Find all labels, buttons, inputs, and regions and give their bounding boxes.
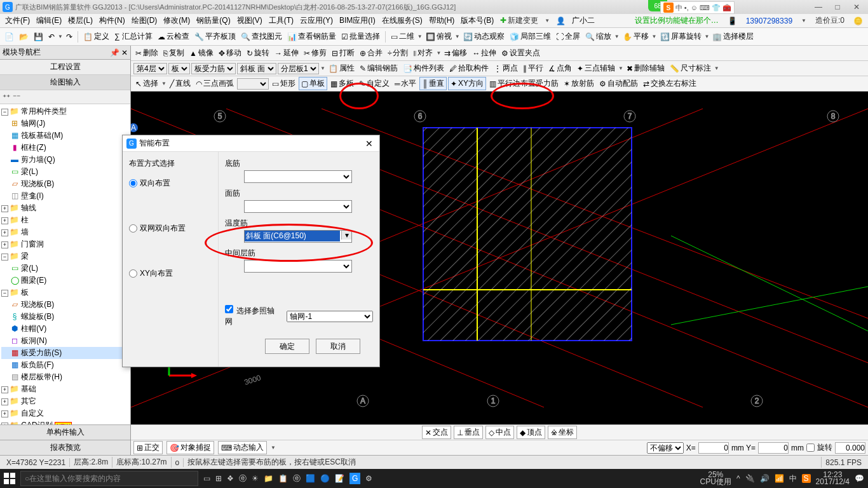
keyboard-icon[interactable]: ⌨ xyxy=(700,4,710,12)
flat-top-button[interactable]: 🔧平齐板顶 xyxy=(193,30,238,43)
stretch-button[interactable]: ↔拉伸 xyxy=(470,47,498,59)
select-tool[interactable]: ↖选择 xyxy=(133,78,160,90)
parallel-edge-button[interactable]: ▥平行边布置受力筋 xyxy=(487,78,560,90)
taskbar-search[interactable]: ○ 在这里输入你要搜索的内容 xyxy=(20,471,198,486)
break-button[interactable]: ⊟打断 xyxy=(330,47,356,59)
menu-bim[interactable]: BIM应用(I) xyxy=(337,14,378,27)
multi-board-button[interactable]: ▦多板 xyxy=(329,78,356,90)
network-icon[interactable]: 📶 xyxy=(775,474,784,483)
rotate-button[interactable]: ↻旋转 xyxy=(245,47,271,59)
swap-label-button[interactable]: ⇄交换左右标注 xyxy=(641,78,698,90)
component-select[interactable]: 板 xyxy=(168,63,190,74)
tab-single-input[interactable]: 单构件输入 xyxy=(0,424,130,440)
new-change-button[interactable]: 新建变更 xyxy=(498,14,541,27)
rect-tool[interactable]: ▭矩形 xyxy=(270,78,297,90)
ime-toolbar[interactable]: S 中 •, ☺ ⌨ 👕 🧰 xyxy=(660,1,735,14)
tab-report-preview[interactable]: 报表预览 xyxy=(0,440,130,455)
split-button[interactable]: ÷分割 xyxy=(386,47,410,59)
temp-rebar-select[interactable]: 斜板 面(C6@150)▾ xyxy=(244,230,352,243)
slope-select[interactable]: 斜板 面 xyxy=(237,63,276,74)
edit-rebar-button[interactable]: ✎编辑钢筋 xyxy=(358,62,400,74)
fullscreen-button[interactable]: ⛶全屏 xyxy=(554,30,582,43)
batch-select-button[interactable]: ☑批量选择 xyxy=(339,30,382,43)
local-3d-button[interactable]: 🧊局部三维 xyxy=(508,30,553,43)
menu-file[interactable]: 文件(F) xyxy=(3,14,32,27)
pin-icon[interactable]: 📌 ✕ xyxy=(110,48,128,57)
notifications-icon[interactable]: 💬 xyxy=(855,474,864,483)
find-element-button[interactable]: 🔍查找图元 xyxy=(239,30,284,43)
vert-button[interactable]: ║垂直 xyxy=(419,77,447,90)
skin-icon[interactable]: 👕 xyxy=(712,4,721,12)
trim-button[interactable]: ✂修剪 xyxy=(302,47,329,59)
app-icon-2[interactable]: ❖ xyxy=(227,474,234,483)
menu-edit[interactable]: 编辑(E) xyxy=(34,14,64,27)
ime-tray[interactable]: 中 xyxy=(789,473,797,484)
ime-punct[interactable]: •, xyxy=(684,4,689,11)
ok-button[interactable]: 确定 xyxy=(265,339,309,354)
explorer-icon[interactable]: 📁 xyxy=(264,474,273,483)
sum-button[interactable]: ∑ 汇总计算 xyxy=(112,30,154,43)
tab-project-settings[interactable]: 工程设置 xyxy=(0,60,130,75)
app-icon-6[interactable]: 🔵 xyxy=(320,474,330,483)
minimize-button[interactable]: — xyxy=(810,2,827,12)
app-icon-3[interactable]: ☀ xyxy=(252,474,259,483)
subtype-select[interactable]: 板受力筋 xyxy=(191,63,236,74)
copy-button[interactable]: ⎘复制 xyxy=(161,47,186,59)
ie-icon[interactable]: ⓔ xyxy=(293,473,301,484)
single-board-button[interactable]: ▢单板 xyxy=(299,77,327,90)
expand-icon[interactable]: ⁺⁺ xyxy=(3,93,10,102)
menu-help[interactable]: 帮助(H) xyxy=(426,14,458,27)
bottom-rebar-select[interactable] xyxy=(244,170,352,183)
mirror-button[interactable]: ▲镜像 xyxy=(187,47,215,59)
menu-tools[interactable]: 工具(T) xyxy=(266,14,296,27)
offset-y-input[interactable] xyxy=(758,442,789,454)
merge-button[interactable]: ⊕合并 xyxy=(358,47,384,59)
comp-list-button[interactable]: 📑构件列表 xyxy=(401,62,446,74)
ggj-taskbar-icon[interactable]: G xyxy=(349,473,360,484)
2d-button[interactable]: ▭二维 xyxy=(389,30,416,43)
menu-cloud[interactable]: 云应用(Y) xyxy=(297,14,336,27)
layer-select[interactable]: 分层板1 xyxy=(278,63,319,74)
objsnap-toggle[interactable]: 🎯 对象捕捉 xyxy=(166,441,214,454)
select-floor-button[interactable]: 🏢选择楼层 xyxy=(710,30,756,43)
define-button[interactable]: 📋定义 xyxy=(81,30,111,43)
save-icon[interactable]: 💾 xyxy=(32,31,45,43)
opt-xy[interactable]: XY向布置 xyxy=(129,268,212,279)
menu-modify[interactable]: 修改(M) xyxy=(161,14,193,27)
ref-grid-select[interactable]: 轴网-1 xyxy=(287,311,373,322)
help-tip[interactable]: 设置比例功能键在那个… xyxy=(632,14,721,27)
mid-rebar-select[interactable] xyxy=(244,260,352,273)
ortho-toggle[interactable]: ⊞ 正交 xyxy=(133,441,163,454)
horiz-button[interactable]: ═水平 xyxy=(393,78,419,90)
redo-icon[interactable]: ↷ xyxy=(64,31,74,43)
tab-draw-input[interactable]: 绘图输入 xyxy=(0,75,130,90)
volume-icon[interactable]: 🔊 xyxy=(760,474,770,483)
osnap-mid[interactable]: ◇ 中点 xyxy=(485,426,514,439)
offset-button[interactable]: ⇉偏移 xyxy=(442,47,469,59)
two-point-button[interactable]: ⋮两点 xyxy=(492,62,520,74)
osnap-cross[interactable]: ✕ 交点 xyxy=(422,426,451,439)
point-angle-button[interactable]: ∡点角 xyxy=(546,62,574,74)
offset-mode-select[interactable]: 不偏移 xyxy=(647,442,684,454)
xy-button[interactable]: ✦XY方向 xyxy=(448,77,486,90)
clock-date[interactable]: 2017/12/4 xyxy=(816,478,850,485)
app-icon-1[interactable]: ⊞ xyxy=(215,474,222,483)
osnap-coord[interactable]: ※ 坐标 xyxy=(548,426,577,439)
line-tool[interactable]: ╱直线 xyxy=(168,78,193,90)
offset-x-input[interactable] xyxy=(698,442,729,454)
component-tree[interactable]: −📁 常用构件类型 ⊞ 轴网(J) ▦ 筏板基础(M) ▮ 框柱(Z) ▬ 剪力… xyxy=(0,104,130,424)
delete-button[interactable]: ✂删除 xyxy=(133,47,160,59)
del-aux-button[interactable]: ✖删除辅轴 xyxy=(625,62,667,74)
dimension-button[interactable]: 📏尺寸标注 xyxy=(668,62,713,74)
tray-up-icon[interactable]: ^ xyxy=(736,474,740,483)
move-button[interactable]: ✥移动 xyxy=(217,47,243,59)
dialog-close-button[interactable]: ✕ xyxy=(363,139,376,149)
zoom-button[interactable]: 🔍缩放 xyxy=(583,30,613,43)
align-button[interactable]: ⫴对齐 xyxy=(411,47,435,59)
parallel-button[interactable]: ∥平行 xyxy=(521,62,545,74)
undo-icon[interactable]: ↶ xyxy=(46,31,57,43)
menu-component[interactable]: 构件(N) xyxy=(97,14,128,27)
linetype-select[interactable] xyxy=(237,78,269,90)
props-button[interactable]: 📋属性 xyxy=(327,62,356,74)
app-icon-4[interactable]: 📋 xyxy=(278,474,288,483)
